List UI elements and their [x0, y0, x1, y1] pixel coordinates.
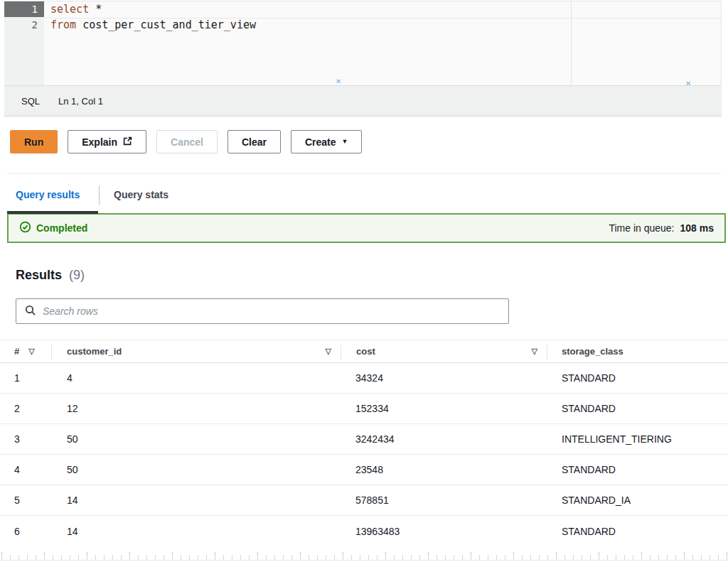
column-header-index[interactable]: # ▽: [0, 340, 52, 362]
sql-keyword: from: [50, 18, 76, 31]
resize-handle-icon[interactable]: ✕: [685, 80, 691, 87]
table-row: 4 50 23548 STANDARD: [0, 455, 728, 485]
create-dropdown-button[interactable]: Create ▼: [291, 130, 363, 153]
column-header-storage-class[interactable]: storage_class: [547, 340, 728, 362]
active-tab-indicator: [7, 211, 98, 214]
table-row: 1 4 34324 STANDARD: [0, 363, 728, 394]
search-box[interactable]: [16, 298, 509, 324]
table-row: 6 14 13963483 STANDARD: [0, 516, 728, 546]
status-text: Completed: [36, 222, 87, 234]
sql-editor[interactable]: 1 2 select * from cost_per_cust_and_tier…: [4, 1, 722, 85]
line-number: 1: [4, 1, 44, 17]
query-toolbar: Run Explain Cancel Clear Create ▼: [10, 130, 362, 153]
code-area[interactable]: select * from cost_per_cust_and_tier_vie…: [44, 1, 721, 85]
time-in-queue-value: 108 ms: [680, 222, 714, 234]
sort-icon[interactable]: ▽: [28, 347, 34, 355]
check-circle-icon: [19, 221, 31, 236]
editor-status-bar: SQL Ln 1, Col 1: [4, 85, 722, 117]
tab-query-stats[interactable]: Query stats: [114, 189, 168, 200]
sort-icon[interactable]: ▽: [532, 347, 537, 355]
clear-button[interactable]: Clear: [228, 130, 281, 153]
column-header-customer-id[interactable]: customer_id ▽: [52, 340, 341, 362]
sort-icon[interactable]: ▽: [326, 347, 331, 355]
active-line-border: [44, 18, 721, 18]
editor-language-label: SQL: [21, 96, 40, 107]
results-heading: Results (9): [16, 268, 85, 283]
editor-gutter: 1 2: [4, 1, 44, 85]
line-number: 2: [4, 17, 44, 33]
sql-code: *: [89, 3, 102, 16]
run-button[interactable]: Run: [10, 130, 58, 153]
time-in-queue-label: Time in queue:: [609, 222, 674, 234]
explain-button[interactable]: Explain: [68, 130, 146, 153]
horizontal-ruler: [0, 551, 728, 561]
cancel-button[interactable]: Cancel: [156, 130, 218, 153]
results-count: (9): [69, 268, 85, 282]
chevron-down-icon: ▼: [342, 139, 348, 145]
sql-keyword: select: [50, 3, 89, 16]
section-divider: [7, 173, 721, 174]
tab-divider: [99, 185, 100, 205]
resize-handle-icon[interactable]: ✕: [336, 77, 341, 85]
editor-pane-divider: [571, 1, 572, 85]
code-line: select *: [44, 1, 721, 17]
column-header-cost[interactable]: cost ▽: [341, 340, 547, 362]
sql-code: cost_per_cust_and_tier_view: [76, 18, 256, 31]
search-icon: [25, 305, 36, 318]
code-line: from cost_per_cust_and_tier_view: [44, 17, 721, 33]
query-status-banner: Completed Time in queue: 108 ms: [7, 213, 726, 243]
tab-query-results[interactable]: Query results: [16, 189, 80, 200]
search-rows-input[interactable]: [43, 306, 500, 317]
table-row: 3 50 3242434 INTELLIGENT_TIERING: [0, 424, 728, 455]
table-header-row: # ▽ customer_id ▽ cost ▽ storage_class: [0, 340, 728, 363]
table-row: 2 12 152334 STANDARD: [0, 394, 728, 424]
cursor-position: Ln 1, Col 1: [58, 96, 103, 107]
table-row: 5 14 578851 STANDARD_IA: [0, 485, 728, 516]
results-table: # ▽ customer_id ▽ cost ▽ storage_class 1…: [0, 340, 728, 546]
external-link-icon: [123, 136, 132, 148]
results-title: Results: [16, 268, 62, 282]
